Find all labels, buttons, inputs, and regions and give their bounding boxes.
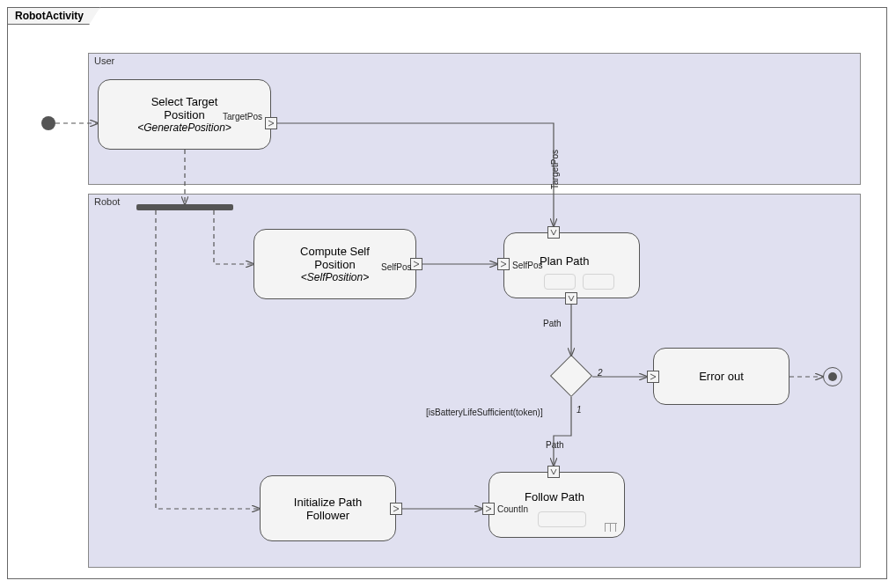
follow-path-sub-icon xyxy=(538,510,599,529)
pin-compute-self-out xyxy=(410,258,422,270)
decision-edge-1: 1 xyxy=(577,405,582,415)
pin-follow-path-in-left xyxy=(482,503,495,515)
pin-select-target-out xyxy=(265,117,277,129)
activity-error-out-title: Error out xyxy=(699,370,744,383)
plan-path-sub-icon xyxy=(544,272,619,291)
initial-node xyxy=(41,116,55,130)
activity-plan-path-title: Plan Path xyxy=(540,254,589,268)
activity-compute-self-behavior: <SelfPosition> xyxy=(301,271,369,283)
swimlane-robot-label: Robot xyxy=(94,196,120,207)
decision-guard: [isBatteryLifeSufficient(token)] xyxy=(426,408,543,417)
pin-follow-path-in-left-label: CountIn xyxy=(497,504,528,514)
pin-follow-path-in-top xyxy=(547,466,560,478)
decision-edge-2: 2 xyxy=(598,368,603,378)
activity-select-target-behavior: <GeneratePosition> xyxy=(137,121,231,134)
edge-label-targetpos-vertical: TargetPos xyxy=(550,150,560,189)
frame-title: RobotActivity xyxy=(7,7,100,25)
activity-select-target-title: Select Target Position xyxy=(151,95,218,121)
pin-plan-path-in-left xyxy=(497,258,510,270)
pin-error-out-in xyxy=(647,371,659,383)
follow-path-rake-icon xyxy=(605,523,617,532)
pin-plan-path-out-bottom-label: Path xyxy=(543,319,562,328)
activity-init-path-title: Initialize Path Follower xyxy=(294,496,362,522)
activity-init-path: Initialize Path Follower xyxy=(260,475,396,541)
pin-follow-path-in-top-label: Path xyxy=(546,440,564,450)
activity-follow-path-title: Follow Path xyxy=(525,490,584,503)
activity-error-out: Error out xyxy=(653,348,790,405)
pin-init-path-out xyxy=(390,503,402,515)
pin-select-target-out-label: TargetPos xyxy=(223,112,262,121)
activity-compute-self-title: Compute Self Position xyxy=(300,245,370,271)
pin-compute-self-out-label: SelfPos xyxy=(381,262,411,272)
pin-plan-path-in-left-label: SelfPos xyxy=(512,261,542,270)
fork-node xyxy=(136,204,233,210)
final-node xyxy=(823,367,842,386)
pin-plan-path-in-top xyxy=(547,226,560,239)
pin-plan-path-out-bottom xyxy=(565,292,577,305)
swimlane-user-label: User xyxy=(94,55,114,66)
